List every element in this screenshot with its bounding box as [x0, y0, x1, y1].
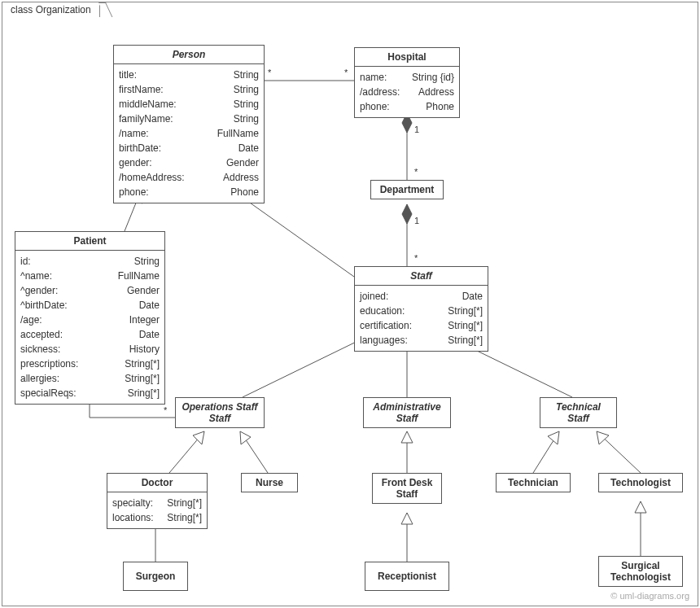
watermark: © uml-diagrams.org	[610, 591, 689, 601]
class-title: SurgicalTechnologist	[599, 557, 682, 586]
class-doctor: Doctor specialty:String[*]locations:Stri…	[107, 473, 208, 529]
class-person: Person title:StringfirstName:Stringmiddl…	[113, 45, 265, 203]
class-surgeon: Surgeon	[123, 562, 188, 591]
class-title: Hospital	[355, 48, 459, 67]
frame-title-tab: class Organization	[2, 2, 100, 17]
class-title: Nurse	[242, 474, 297, 492]
svg-line-17	[240, 431, 268, 473]
class-title: TechnicalStaff	[540, 398, 616, 427]
mult-hosp-dept-top: 1	[414, 125, 419, 134]
svg-line-21	[533, 431, 559, 473]
class-administrative-staff: AdministrativeStaff	[363, 397, 451, 428]
mult-person-hospital-right: *	[344, 68, 348, 77]
mult-person-hospital-left: *	[268, 68, 271, 77]
class-title: Operations StaffStaff	[176, 398, 264, 427]
class-attrs: id:String^name:FullName^gender:Gender^bi…	[15, 251, 164, 404]
svg-marker-4	[402, 204, 412, 224]
class-surgical-technologist: SurgicalTechnologist	[598, 556, 683, 587]
class-technician: Technician	[496, 473, 571, 492]
class-patient: Patient id:String^name:FullName^gender:G…	[15, 231, 165, 405]
class-title: Department	[371, 181, 443, 199]
class-attrs: name:String {id}/address:Addressphone:Ph…	[355, 67, 459, 117]
class-hospital: Hospital name:String {id}/address:Addres…	[354, 47, 460, 118]
svg-line-15	[169, 431, 204, 473]
mult-hosp-dept-bot: *	[414, 167, 418, 177]
class-title: AdministrativeStaff	[364, 398, 450, 427]
frame-title: class Organization	[11, 4, 91, 15]
class-front-desk-staff: Front DeskStaff	[372, 473, 442, 504]
class-staff: Staff joined:Dateeducation:String[*]cert…	[354, 266, 488, 352]
class-title: Doctor	[107, 474, 207, 492]
svg-marker-28	[401, 513, 413, 524]
svg-marker-18	[240, 431, 251, 444]
diagram-frame: class Organization	[2, 2, 698, 606]
svg-line-9	[243, 334, 373, 397]
svg-marker-22	[548, 431, 559, 444]
class-technologist: Technologist	[598, 473, 683, 492]
class-attrs: joined:Dateeducation:String[*]certificat…	[355, 286, 488, 351]
class-operations-staff: Operations StaffStaff	[175, 397, 265, 428]
class-title: Technologist	[599, 474, 682, 492]
class-title: Surgeon	[124, 562, 187, 590]
svg-marker-30	[635, 501, 646, 513]
mult-dept-staff-top: 1	[414, 216, 419, 225]
svg-marker-20	[401, 431, 413, 443]
class-attrs: title:StringfirstName:StringmiddleName:S…	[114, 64, 264, 203]
mult-dept-staff-bot: *	[414, 253, 418, 263]
mult-patient-ops-right: *	[164, 405, 167, 415]
class-attrs: specialty:String[*]locations:String[*]	[107, 492, 207, 528]
svg-line-23	[597, 431, 641, 473]
class-title: Staff	[355, 267, 488, 286]
class-title: Patient	[15, 232, 164, 251]
class-receptionist: Receptionist	[365, 562, 449, 591]
class-title: Front DeskStaff	[373, 474, 441, 503]
class-title: Technician	[497, 474, 570, 492]
class-title: Person	[114, 46, 264, 64]
svg-marker-16	[193, 431, 204, 444]
svg-marker-24	[597, 431, 609, 444]
class-nurse: Nurse	[241, 473, 298, 492]
class-technical-staff: TechnicalStaff	[540, 397, 617, 428]
class-department: Department	[370, 180, 444, 199]
class-title: Receptionist	[365, 562, 448, 590]
